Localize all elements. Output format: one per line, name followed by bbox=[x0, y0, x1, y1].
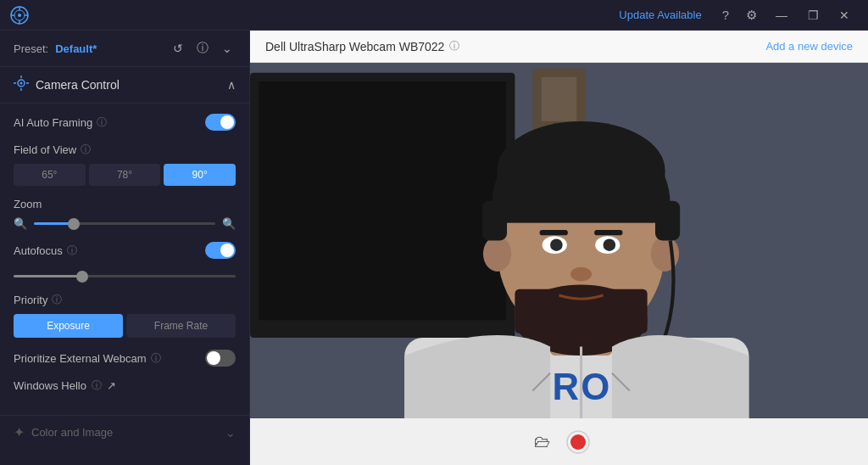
autofocus-track bbox=[205, 242, 236, 259]
preset-refresh-button[interactable]: ↺ bbox=[170, 40, 186, 57]
zoom-label: Zoom bbox=[14, 198, 236, 210]
windows-hello-info-icon[interactable]: ⓘ bbox=[92, 378, 102, 393]
preset-icons: ↺ ⓘ ⌄ bbox=[170, 39, 236, 58]
minimize-button[interactable]: — bbox=[767, 5, 796, 25]
priority-buttons: Exposure Frame Rate bbox=[14, 314, 236, 338]
zoom-slider[interactable] bbox=[34, 222, 215, 225]
folder-icon: 🗁 bbox=[534, 432, 551, 451]
svg-point-27 bbox=[483, 236, 511, 272]
field-of-view-container: Field of View ⓘ 65° 78° 90° bbox=[14, 143, 236, 186]
color-and-image-dropdown-icon: ⌄ bbox=[225, 426, 236, 440]
titlebar-left bbox=[10, 6, 29, 25]
priority-info-icon[interactable]: ⓘ bbox=[52, 293, 62, 307]
ai-auto-framing-info-icon[interactable]: ⓘ bbox=[97, 115, 107, 130]
record-button[interactable] bbox=[566, 430, 590, 454]
maximize-button[interactable]: ❐ bbox=[799, 5, 827, 25]
autofocus-slider-row bbox=[14, 266, 236, 281]
svg-rect-36 bbox=[482, 201, 507, 241]
titlebar-right: Update Available ? ⚙ — ❐ ✕ bbox=[619, 4, 858, 26]
camera-control-icon bbox=[14, 76, 29, 94]
ext-webcam-track bbox=[205, 350, 236, 367]
priority-label-row: Priority ⓘ bbox=[14, 293, 236, 307]
fov-label: Field of View bbox=[14, 143, 76, 156]
camera-feed: AERO bbox=[250, 63, 868, 418]
record-icon bbox=[566, 430, 590, 454]
ext-webcam-toggle[interactable] bbox=[205, 350, 236, 367]
color-and-image-label: Color and Image bbox=[31, 426, 113, 439]
titlebar: Update Available ? ⚙ — ❐ ✕ bbox=[0, 0, 868, 31]
zoom-container: Zoom 🔍 🔍 bbox=[14, 198, 236, 230]
preset-label: Preset: bbox=[14, 42, 48, 55]
camera-scene-svg: AERO bbox=[250, 63, 868, 418]
fov-label-row: Field of View ⓘ bbox=[14, 143, 236, 157]
autofocus-label: Autofocus ⓘ bbox=[14, 244, 77, 258]
preset-dropdown-button[interactable]: ⌄ bbox=[219, 40, 236, 57]
svg-point-31 bbox=[550, 238, 563, 251]
ai-auto-framing-thumb bbox=[220, 115, 234, 129]
preview-controls: 🗁 bbox=[250, 418, 868, 465]
add-device-button[interactable]: Add a new device bbox=[765, 40, 853, 53]
autofocus-toggle[interactable] bbox=[205, 242, 236, 259]
fov-buttons: 65° 78° 90° bbox=[14, 164, 236, 186]
color-and-image-icon: ✦ bbox=[14, 424, 25, 440]
autofocus-info-icon[interactable]: ⓘ bbox=[67, 244, 77, 258]
svg-rect-26 bbox=[515, 289, 647, 333]
ai-auto-framing-row: AI Auto Framing ⓘ bbox=[14, 114, 236, 131]
update-available-label[interactable]: Update Available bbox=[619, 8, 701, 21]
ext-webcam-thumb bbox=[207, 351, 220, 365]
preset-value: Default* bbox=[55, 42, 97, 55]
main-content: Preset: Default* ↺ ⓘ ⌄ Camera Contro bbox=[0, 31, 868, 465]
svg-rect-17 bbox=[542, 77, 577, 121]
close-button[interactable]: ✕ bbox=[831, 5, 858, 25]
fov-info-icon[interactable]: ⓘ bbox=[81, 143, 91, 157]
app-logo-icon bbox=[10, 6, 29, 25]
color-and-image-section[interactable]: ✦ Color and Image ⌄ bbox=[0, 415, 249, 449]
camera-preview: AERO bbox=[250, 63, 868, 418]
camera-control-collapse-button[interactable]: ∧ bbox=[227, 78, 236, 92]
svg-rect-34 bbox=[594, 230, 622, 235]
device-name: Dell UltraSharp Webcam WB7022 ⓘ bbox=[265, 39, 459, 53]
windows-hello-link[interactable]: ↗ bbox=[107, 379, 116, 392]
device-info-icon[interactable]: ⓘ bbox=[449, 39, 459, 53]
ai-auto-framing-track bbox=[205, 114, 236, 131]
zoom-out-icon: 🔍 bbox=[14, 217, 27, 230]
priority-exposure-button[interactable]: Exposure bbox=[14, 314, 123, 338]
autofocus-row: Autofocus ⓘ bbox=[14, 242, 236, 259]
ai-auto-framing-label: AI Auto Framing ⓘ bbox=[14, 115, 107, 130]
device-header: Dell UltraSharp Webcam WB7022 ⓘ Add a ne… bbox=[250, 31, 868, 63]
camera-control-content: AI Auto Framing ⓘ Field of View ⓘ 65° 7 bbox=[0, 104, 249, 415]
preset-bar: Preset: Default* ↺ ⓘ ⌄ bbox=[0, 31, 249, 67]
svg-rect-24 bbox=[498, 170, 665, 222]
windows-hello-label: Windows Hello bbox=[14, 379, 86, 392]
folder-button[interactable]: 🗁 bbox=[529, 427, 556, 457]
svg-rect-37 bbox=[655, 201, 680, 241]
autofocus-thumb bbox=[220, 244, 234, 257]
svg-point-2 bbox=[18, 14, 21, 17]
autofocus-slider[interactable] bbox=[14, 275, 236, 277]
preset-info-button[interactable]: ⓘ bbox=[193, 39, 212, 58]
camera-control-title: Camera Control bbox=[36, 78, 120, 92]
zoom-slider-row: 🔍 🔍 bbox=[14, 217, 236, 230]
priority-framerate-button[interactable]: Frame Rate bbox=[126, 314, 236, 338]
svg-rect-15 bbox=[259, 81, 506, 320]
fov-65-button[interactable]: 65° bbox=[14, 164, 86, 186]
svg-rect-33 bbox=[540, 230, 568, 235]
ai-auto-framing-toggle[interactable] bbox=[205, 114, 236, 131]
priority-label: Priority bbox=[14, 294, 47, 306]
svg-point-8 bbox=[20, 82, 23, 85]
sidebar: Preset: Default* ↺ ⓘ ⌄ Camera Contro bbox=[0, 31, 250, 465]
help-button[interactable]: ? bbox=[715, 4, 736, 25]
svg-point-42 bbox=[570, 434, 586, 450]
fov-90-button[interactable]: 90° bbox=[164, 164, 236, 186]
ext-webcam-label: Prioritize External Webcam ⓘ bbox=[14, 351, 161, 366]
ext-webcam-info-icon[interactable]: ⓘ bbox=[151, 351, 161, 366]
svg-point-35 bbox=[570, 267, 592, 282]
windows-hello-row: Windows Hello ⓘ ↗ bbox=[14, 378, 236, 393]
svg-point-32 bbox=[604, 238, 616, 251]
svg-point-28 bbox=[651, 236, 679, 272]
settings-button[interactable]: ⚙ bbox=[739, 4, 764, 26]
priority-container: Priority ⓘ Exposure Frame Rate bbox=[14, 293, 236, 338]
right-panel: Dell UltraSharp Webcam WB7022 ⓘ Add a ne… bbox=[250, 31, 868, 465]
fov-78-button[interactable]: 78° bbox=[89, 164, 161, 186]
camera-control-header[interactable]: Camera Control ∧ bbox=[0, 67, 249, 104]
